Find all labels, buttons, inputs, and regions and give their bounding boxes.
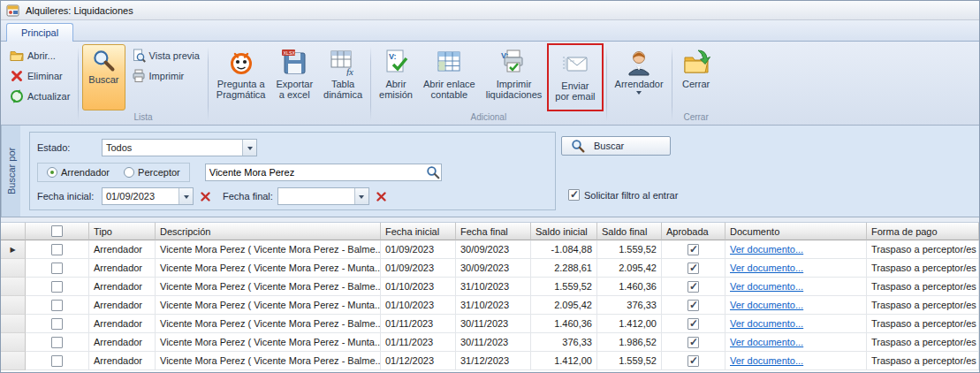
cell-tipo: Arrendador	[89, 296, 156, 315]
aprobada-checkbox[interactable]	[688, 337, 699, 348]
select-all-header[interactable]	[26, 223, 89, 240]
cell-fecha-final: 30/09/2023	[456, 240, 531, 259]
filter-fields-box: Estado: Todos Arrendador Perceptor	[29, 132, 556, 210]
col-header-saldo-final[interactable]: Saldo final	[597, 223, 662, 240]
search-icon[interactable]	[426, 165, 440, 179]
ver-documento-link[interactable]: Ver documento...	[730, 263, 803, 273]
row-select-cell	[26, 296, 89, 315]
radio-perceptor[interactable]: Perceptor	[124, 167, 180, 178]
cell-fecha-final: 31/10/2023	[456, 296, 531, 315]
dropdown-arrow-icon[interactable]	[354, 188, 368, 204]
fecha-final-label: Fecha final:	[223, 191, 273, 202]
aprobada-checkbox[interactable]	[688, 355, 699, 367]
dropdown-arrow-icon[interactable]	[242, 140, 256, 156]
row-selector-cell[interactable]: ▶	[1, 333, 26, 352]
row-checkbox[interactable]	[51, 281, 63, 293]
row-checkbox[interactable]	[51, 355, 63, 367]
col-header-aprobada[interactable]: Aprobada	[662, 223, 726, 240]
pivot-table-button[interactable]: fx Tabla dinámica	[319, 44, 367, 110]
row-checkbox[interactable]	[51, 244, 63, 255]
send-email-button[interactable]: Enviar por email	[551, 46, 599, 109]
filter-panel-tab[interactable]: Buscar por	[1, 126, 20, 217]
filter-actions: Buscar Solicitar filtro al entrar	[561, 136, 678, 201]
radio-perceptor-dot	[124, 167, 134, 178]
table-row: ▶ Arrendador Vicente Mora Perez ( Vicent…	[1, 259, 979, 278]
ver-documento-link[interactable]: Ver documento...	[730, 244, 803, 255]
aprobada-checkbox[interactable]	[688, 300, 699, 311]
row-selector-cell[interactable]: ▶	[1, 352, 26, 370]
solicitar-filtro-checkbox[interactable]: Solicitar filtro al entrar	[568, 189, 678, 201]
cell-fecha-inicial: 01/11/2023	[381, 333, 456, 352]
execute-search-button[interactable]: Buscar	[561, 136, 671, 156]
fecha-inicial-select[interactable]: 01/09/2023	[102, 187, 194, 205]
refresh-button-label: Actualizar	[27, 91, 70, 102]
row-checkbox[interactable]	[51, 263, 63, 274]
cell-aprobada	[662, 333, 726, 352]
row-selector-cell[interactable]: ▶	[1, 240, 26, 259]
open-button-label: Abrir...	[27, 50, 56, 61]
ver-documento-link[interactable]: Ver documento...	[730, 337, 803, 347]
aprobada-checkbox[interactable]	[688, 263, 699, 274]
ver-documento-link[interactable]: Ver documento...	[730, 300, 803, 310]
row-select-cell	[26, 315, 89, 333]
tab-principal[interactable]: Principal	[6, 23, 73, 42]
export-excel-button[interactable]: XLSX Exportar a excel	[271, 44, 317, 110]
ribbon-group-export-label	[209, 111, 369, 125]
print-settlements-button[interactable]: V: Imprimir liquidaciones	[482, 44, 547, 110]
col-header-descripcion[interactable]: Descripción	[156, 223, 381, 240]
col-header-fecha-final[interactable]: Fecha final	[456, 223, 531, 240]
ribbon-group-file-label	[3, 111, 77, 125]
cell-fecha-inicial: 01/11/2023	[381, 315, 456, 333]
search-button[interactable]: Buscar	[82, 44, 125, 110]
clear-fecha-inicial-button[interactable]	[198, 189, 213, 204]
select-all-checkbox[interactable]	[51, 225, 63, 237]
ribbon-group-cerrar: Cerrar Cerrar	[673, 43, 719, 125]
delete-button[interactable]: Eliminar	[5, 67, 74, 85]
col-header-tipo[interactable]: Tipo	[89, 223, 156, 240]
print-button[interactable]: Imprimir	[127, 67, 204, 85]
ask-pragmatica-button[interactable]: Pregunta a Pragmática	[212, 44, 270, 110]
cell-aprobada	[662, 240, 726, 259]
row-selector-cell[interactable]: ▶	[1, 259, 26, 278]
row-checkbox[interactable]	[51, 300, 63, 311]
name-search-input[interactable]	[205, 164, 442, 181]
clear-fecha-final-button[interactable]	[374, 189, 389, 204]
cell-saldo-inicial: 1.412,00	[531, 352, 597, 370]
cell-documento: Ver documento...	[726, 315, 867, 333]
preview-button[interactable]: Vista previa	[127, 47, 204, 65]
estado-select[interactable]: Todos	[102, 139, 257, 156]
open-button[interactable]: Abrir...	[5, 47, 74, 65]
cell-fecha-inicial: 01/10/2023	[381, 296, 456, 315]
row-selector-cell[interactable]: ▶	[1, 278, 26, 296]
aprobada-checkbox[interactable]	[688, 281, 699, 293]
fecha-inicial-label: Fecha inicial:	[37, 191, 97, 202]
ver-documento-link[interactable]: Ver documento...	[730, 355, 803, 366]
accounting-link-label-1: Abrir enlace	[423, 79, 475, 89]
col-header-saldo-inicial[interactable]: Saldo inicial	[531, 223, 597, 240]
aprobada-checkbox[interactable]	[688, 244, 699, 255]
col-header-documento[interactable]: Documento	[726, 223, 867, 240]
open-emission-button[interactable]: V: Abrir emisión	[375, 44, 417, 110]
radio-arrendador[interactable]: Arrendador	[47, 167, 110, 178]
landlord-menu-button[interactable]: Arrendador	[611, 44, 668, 110]
dropdown-arrow-icon[interactable]	[179, 188, 193, 204]
col-header-fecha-inicial[interactable]: Fecha inicial	[381, 223, 456, 240]
row-checkbox[interactable]	[51, 337, 63, 348]
row-checkbox[interactable]	[51, 318, 63, 330]
cell-descripcion: Vicente Mora Perez ( Vicente Mora Perez …	[156, 315, 381, 333]
grid-header-row: Tipo Descripción Fecha inicial Fecha fin…	[1, 223, 979, 240]
cell-descripcion: Vicente Mora Perez ( Vicente Mora Perez …	[156, 296, 381, 315]
row-selector-cell[interactable]: ▶	[1, 296, 26, 315]
print-settlements-label-1: Imprimir	[497, 79, 532, 89]
aprobada-checkbox[interactable]	[688, 318, 699, 330]
col-header-forma-pago[interactable]: Forma de pago	[867, 223, 979, 240]
ver-documento-link[interactable]: Ver documento...	[730, 281, 803, 292]
close-button[interactable]: Cerrar	[676, 44, 717, 110]
refresh-button[interactable]: Actualizar	[5, 88, 74, 105]
row-selector-cell[interactable]: ▶	[1, 315, 26, 333]
ver-documento-link[interactable]: Ver documento...	[730, 318, 803, 329]
fecha-final-select[interactable]	[277, 187, 369, 205]
cell-forma-pago: Traspaso a perceptor/es	[867, 352, 979, 370]
accounting-link-button[interactable]: Abrir enlace contable	[419, 44, 480, 110]
open-emission-label-1: Abrir	[385, 79, 406, 89]
